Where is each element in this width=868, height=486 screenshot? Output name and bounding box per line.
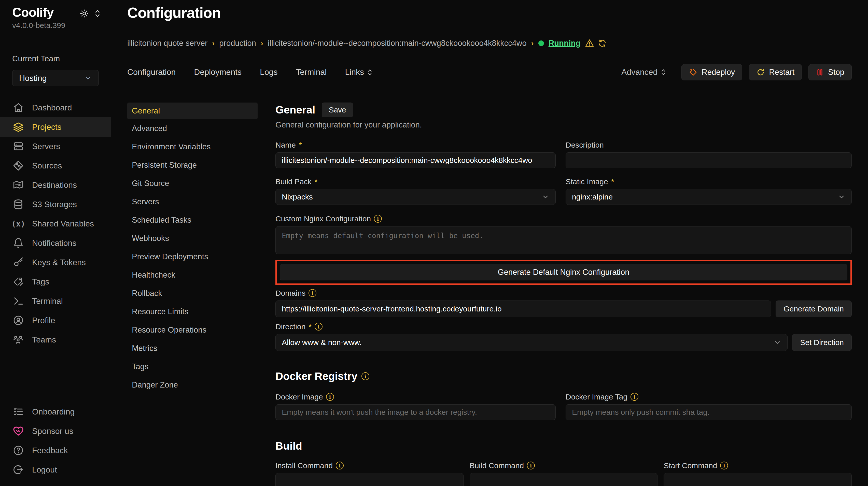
team-select[interactable]: Hosting (12, 70, 99, 86)
info-icon: i (374, 215, 382, 223)
sidebar-item-label: Teams (32, 335, 56, 345)
terminal-icon (13, 295, 24, 306)
home-icon (13, 102, 24, 113)
generate-domain-button[interactable]: Generate Domain (776, 300, 852, 317)
config-nav-git-source[interactable]: Git Source (127, 174, 257, 193)
config-nav-persistent-storage[interactable]: Persistent Storage (127, 156, 257, 174)
theme-selector-icon[interactable] (94, 9, 101, 18)
sidebar-item-label: Terminal (32, 296, 63, 306)
tab-links[interactable]: Links (345, 67, 373, 77)
config-nav-servers[interactable]: Servers (127, 193, 257, 211)
config-nav-resource-operations[interactable]: Resource Operations (127, 321, 257, 339)
sidebar-item-label: S3 Storages (32, 200, 77, 209)
chevron-updown-icon (367, 68, 373, 76)
chevron-down-icon (774, 339, 781, 346)
domains-input[interactable] (275, 300, 771, 317)
sidebar-item-sources[interactable]: Sources (0, 156, 111, 175)
nginx-config-textarea[interactable] (275, 226, 852, 254)
users-icon (13, 334, 24, 345)
tab-terminal[interactable]: Terminal (296, 67, 327, 77)
variable-icon: (x) (13, 218, 24, 229)
sidebar-item-label: Logout (32, 465, 57, 475)
info-icon: i (362, 372, 369, 380)
config-nav-environment-variables[interactable]: Environment Variables (127, 138, 257, 156)
sidebar-item-notifications[interactable]: Notifications (0, 233, 111, 253)
sidebar-item-shared-variables[interactable]: (x) Shared Variables (0, 214, 111, 233)
static-image-select[interactable]: nginx:alpine (566, 189, 852, 205)
info-icon: i (630, 393, 639, 401)
sidebar-item-projects[interactable]: Projects (0, 117, 111, 137)
breadcrumb-project[interactable]: illicitonion quote server (127, 39, 208, 48)
sidebar-item-servers[interactable]: Servers (0, 137, 111, 156)
sidebar-item-label: Sponsor us (32, 426, 73, 436)
nginx-config-label: Custom Nginx Configurationi (275, 215, 852, 223)
sidebar-item-label: Profile (32, 316, 55, 325)
tab-deployments[interactable]: Deployments (194, 67, 242, 77)
sidebar-item-dashboard[interactable]: Dashboard (0, 98, 111, 117)
install-command-input[interactable] (275, 473, 464, 486)
tab-bar: Configuration Deployments Logs Terminal … (127, 64, 852, 88)
sidebar-item-label: Onboarding (32, 407, 74, 417)
config-nav-healthcheck[interactable]: Healthcheck (127, 266, 257, 284)
breadcrumb-application[interactable]: illicitestonion/-module--decomposition:m… (268, 39, 527, 48)
breadcrumb-environment[interactable]: production (219, 39, 256, 48)
team-select-value: Hosting (19, 73, 47, 83)
save-button[interactable]: Save (322, 102, 353, 117)
config-nav-scheduled-tasks[interactable]: Scheduled Tasks (127, 211, 257, 229)
build-heading: Build (275, 440, 302, 452)
sidebar-item-profile[interactable]: Profile (0, 311, 111, 330)
sidebar-item-feedback[interactable]: Feedback (0, 441, 111, 460)
docker-registry-heading: Docker Registry (275, 370, 358, 383)
description-input[interactable] (566, 153, 852, 168)
sidebar-item-label: Keys & Tokens (32, 258, 86, 267)
start-command-label: Start Commandi (663, 461, 852, 470)
build-pack-select[interactable]: Nixpacks (275, 189, 556, 205)
sidebar-item-teams[interactable]: Teams (0, 330, 111, 349)
description-label: Description (566, 141, 852, 149)
config-nav-metrics[interactable]: Metrics (127, 339, 257, 357)
generate-nginx-config-button[interactable]: Generate Default Nginx Configuration (280, 264, 847, 281)
restart-button[interactable]: Restart (749, 64, 802, 80)
sidebar-item-terminal[interactable]: Terminal (0, 291, 111, 311)
sidebar-item-s3-storages[interactable]: S3 Storages (0, 195, 111, 214)
config-nav-preview-deployments[interactable]: Preview Deployments (127, 248, 257, 266)
required-asterisk: * (299, 141, 302, 149)
config-nav-advanced[interactable]: Advanced (127, 119, 257, 138)
sidebar-item-logout[interactable]: Logout (0, 460, 111, 479)
direction-label: Direction*i (275, 322, 852, 331)
tab-logs[interactable]: Logs (260, 67, 277, 77)
sidebar-item-onboarding[interactable]: Onboarding (0, 402, 111, 421)
warning-icon[interactable] (585, 39, 594, 48)
checklist-icon (13, 406, 24, 417)
required-asterisk: * (611, 177, 614, 186)
sidebar-item-sponsor[interactable]: Sponsor us (0, 421, 111, 441)
config-nav-general[interactable]: General (127, 102, 257, 119)
sidebar-item-destinations[interactable]: Destinations (0, 175, 111, 195)
docker-image-input[interactable] (275, 404, 556, 420)
docker-image-tag-input[interactable] (566, 404, 852, 420)
config-nav-rollback[interactable]: Rollback (127, 284, 257, 302)
build-command-input[interactable] (470, 473, 658, 486)
sidebar-item-label: Shared Variables (32, 219, 94, 228)
chevron-updown-icon (660, 68, 666, 76)
server-icon (13, 141, 24, 152)
redeploy-button[interactable]: Redeploy (681, 64, 742, 80)
refresh-icon[interactable] (598, 39, 607, 48)
config-nav-resource-limits[interactable]: Resource Limits (127, 302, 257, 321)
config-nav-tags[interactable]: Tags (127, 357, 257, 376)
advanced-dropdown[interactable]: Advanced (621, 67, 666, 77)
start-command-input[interactable] (663, 473, 852, 486)
static-image-label: Static Image* (566, 177, 852, 186)
set-direction-button[interactable]: Set Direction (792, 334, 852, 351)
config-nav-danger-zone[interactable]: Danger Zone (127, 376, 257, 394)
config-nav-webhooks[interactable]: Webhooks (127, 229, 257, 248)
direction-select[interactable]: Allow www & non-www. (275, 334, 787, 351)
sidebar-item-keys-tokens[interactable]: Keys & Tokens (0, 253, 111, 272)
stop-button[interactable]: Stop (808, 64, 852, 80)
restart-label: Restart (769, 68, 795, 77)
sidebar-item-tags[interactable]: Tags (0, 272, 111, 291)
status-badge[interactable]: Running (549, 39, 581, 48)
name-input[interactable] (275, 153, 556, 168)
tab-configuration[interactable]: Configuration (127, 67, 176, 77)
theme-sun-icon[interactable] (80, 9, 89, 18)
